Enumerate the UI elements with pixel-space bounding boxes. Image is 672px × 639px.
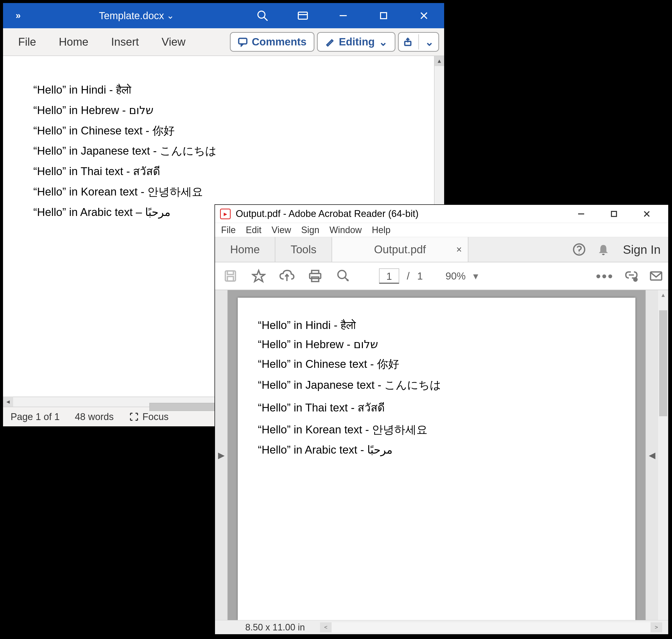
minimize-button[interactable] — [565, 205, 598, 223]
zoom-level[interactable]: 90% — [445, 270, 465, 282]
search-icon[interactable] — [242, 3, 282, 28]
tab-home[interactable]: Home — [215, 237, 275, 262]
word-line: “Hello” in Thai text - สวัสดี — [33, 165, 404, 178]
ribbon-mode-icon[interactable] — [282, 3, 323, 28]
comments-label: Comments — [252, 36, 307, 48]
menu-edit[interactable]: Edit — [246, 225, 261, 235]
menu-file[interactable]: File — [221, 225, 236, 235]
svg-rect-5 — [381, 13, 386, 19]
word-line: “Hello” in Korean text - 안녕하세요 — [33, 185, 404, 199]
tab-document[interactable]: Output.pdf × — [332, 237, 468, 262]
svg-rect-22 — [312, 277, 319, 282]
acrobat-document-area: ▶ “Hello” in Hindi - हैलो “Hello” in Heb… — [215, 290, 668, 620]
svg-rect-13 — [611, 212, 616, 216]
acrobat-toolbar: 1 / 1 90% ▾ ••• — [215, 262, 668, 290]
pdf-line: “Hello” in Thai text - สวัสดี — [258, 399, 615, 416]
tab-tools[interactable]: Tools — [275, 237, 332, 262]
editing-mode-button[interactable]: Editing ⌄ — [317, 32, 395, 52]
divider — [418, 34, 419, 49]
page-total: 1 — [417, 270, 423, 282]
focus-mode-button[interactable]: Focus — [129, 411, 169, 422]
document-title-text: Template.docx — [99, 10, 164, 21]
pdf-line: “Hello” in Chinese text - 你好 — [258, 357, 615, 372]
share-link-icon[interactable] — [624, 269, 639, 283]
horizontal-scrollbar[interactable]: < > — [320, 622, 662, 633]
close-button[interactable] — [630, 205, 663, 223]
word-line: “Hello” in Japanese text - こんにちは — [33, 144, 404, 158]
word-titlebar: » Template.docx ⌄ — [3, 3, 444, 28]
svg-rect-19 — [227, 277, 233, 281]
scroll-thumb[interactable] — [149, 403, 225, 411]
acrobat-tabs: Home Tools Output.pdf × Sign In — [215, 237, 668, 262]
word-line: “Hello” in Hebrew - שלום — [33, 104, 404, 117]
pdf-line: “Hello” in Arabic text - مرحبًا — [258, 443, 615, 456]
status-words[interactable]: 48 words — [75, 411, 113, 422]
pdf-line: “Hello” in Korean text - 안녕하세요 — [258, 422, 615, 437]
focus-label: Focus — [142, 411, 169, 422]
menu-sign[interactable]: Sign — [301, 225, 319, 235]
zoom-icon[interactable] — [333, 269, 354, 283]
left-pane-toggle[interactable]: ▶ — [215, 290, 228, 620]
vertical-scrollbar[interactable] — [658, 290, 668, 620]
star-icon[interactable] — [248, 269, 269, 283]
svg-point-26 — [633, 277, 638, 282]
menu-view[interactable]: View — [272, 225, 291, 235]
svg-rect-8 — [239, 38, 247, 44]
zoom-dropdown-icon[interactable]: ▾ — [473, 270, 478, 282]
svg-line-1 — [264, 17, 268, 21]
pdf-line: “Hello” in Hebrew - שלום — [258, 338, 615, 350]
svg-rect-2 — [298, 12, 307, 19]
acrobat-menu-bar: File Edit View Sign Window Help — [215, 223, 668, 237]
help-icon[interactable] — [572, 243, 586, 256]
scroll-thumb[interactable] — [659, 310, 667, 416]
pdf-page: “Hello” in Hindi - हैलो “Hello” in Hebre… — [238, 298, 636, 620]
page-viewport[interactable]: “Hello” in Hindi - हैलो “Hello” in Hebre… — [228, 290, 645, 620]
word-line: “Hello” in Chinese text - 你好 — [33, 124, 404, 138]
scroll-track[interactable] — [332, 622, 651, 633]
svg-point-25 — [347, 279, 349, 281]
page-separator: / — [407, 270, 410, 282]
tab-insert[interactable]: Insert — [101, 32, 149, 52]
acrobat-window: ▸ Output.pdf - Adobe Acrobat Reader (64-… — [215, 205, 668, 634]
status-page[interactable]: Page 1 of 1 — [11, 411, 60, 422]
email-icon[interactable] — [649, 269, 663, 283]
bell-icon[interactable] — [596, 243, 610, 256]
acrobat-header-right: Sign In — [468, 237, 668, 262]
tab-file[interactable]: File — [8, 32, 46, 52]
right-pane-toggle[interactable]: ◀ — [645, 290, 658, 620]
editing-label: Editing — [339, 36, 375, 48]
tab-close-icon[interactable]: × — [456, 244, 462, 255]
close-button[interactable] — [404, 3, 444, 28]
chevron-down-icon: ⌄ — [379, 36, 387, 48]
pdf-line: “Hello” in Hindi - हैलो — [258, 319, 615, 332]
svg-point-0 — [258, 11, 265, 18]
cloud-upload-icon[interactable] — [277, 269, 297, 283]
scroll-up-icon[interactable] — [658, 290, 668, 300]
scroll-up-icon[interactable] — [434, 56, 444, 66]
maximize-button[interactable] — [598, 205, 630, 223]
save-icon[interactable] — [220, 269, 241, 283]
comments-button[interactable]: Comments — [230, 32, 315, 52]
tab-home[interactable]: Home — [49, 32, 98, 52]
document-title[interactable]: Template.docx ⌄ — [99, 10, 174, 21]
scroll-left-icon[interactable]: < — [320, 622, 332, 633]
scroll-right-icon[interactable]: > — [651, 622, 662, 633]
print-icon[interactable] — [305, 269, 325, 283]
maximize-button[interactable] — [363, 3, 404, 28]
menu-window[interactable]: Window — [330, 225, 362, 235]
more-icon[interactable]: ••• — [596, 268, 614, 284]
page-size: 8.50 x 11.00 in — [245, 622, 305, 633]
minimize-button[interactable] — [323, 3, 363, 28]
chevron-down-icon: ⌄ — [425, 36, 434, 48]
pdf-icon: ▸ — [220, 208, 231, 219]
acrobat-status-bar: 8.50 x 11.00 in < > — [215, 620, 668, 634]
menu-help[interactable]: Help — [372, 225, 391, 235]
tab-view[interactable]: View — [151, 32, 196, 52]
sign-in-button[interactable]: Sign In — [623, 243, 661, 256]
scroll-left-icon[interactable] — [3, 397, 13, 407]
ribbon-collapse-icon[interactable]: » — [3, 10, 33, 21]
pdf-line: “Hello” in Japanese text - こんにちは — [258, 378, 615, 392]
page-number-input[interactable]: 1 — [379, 268, 399, 283]
share-button[interactable]: ⌄ — [398, 32, 439, 52]
acrobat-title-text: Output.pdf - Adobe Acrobat Reader (64-bi… — [236, 208, 419, 219]
